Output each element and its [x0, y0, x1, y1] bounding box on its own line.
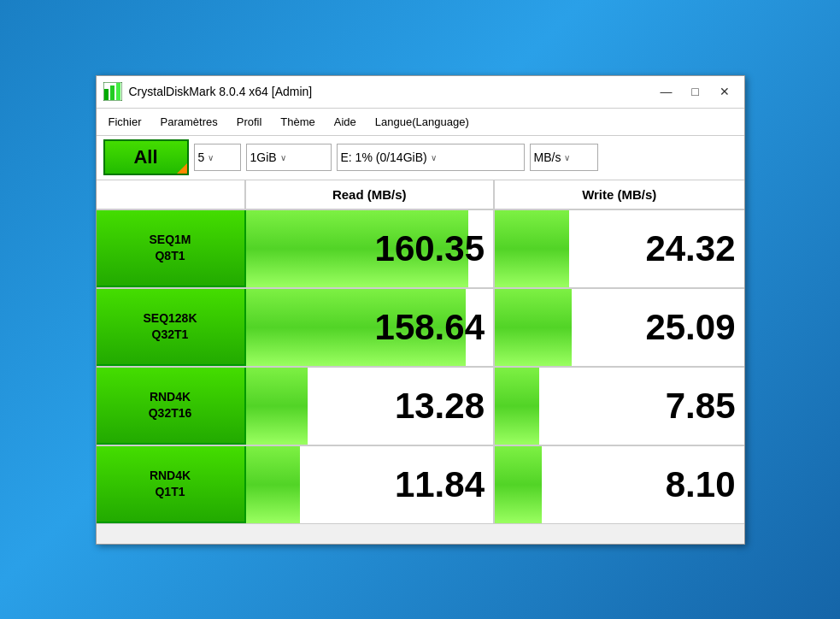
menu-bar: Fichier Paramètres Profil Thème Aide Lan…: [97, 109, 744, 136]
read-cell-seq1m: 160.35: [246, 210, 496, 287]
write-value-seq1m: 24.32: [645, 228, 735, 269]
window-title: CrystalDiskMark 8.0.4 x64 [Admin]: [129, 85, 313, 98]
results-table: Read (MB/s) Write (MB/s) SEQ1MQ8T1 160.3…: [97, 180, 744, 523]
header-read: Read (MB/s): [246, 180, 496, 209]
count-value: 5: [198, 150, 205, 164]
write-bar-seq128k: [495, 289, 572, 366]
count-select[interactable]: 5 ∨: [194, 144, 241, 171]
unit-value: MB/s: [534, 150, 561, 164]
read-value-seq128k: 158.64: [375, 307, 485, 348]
read-cell-rnd4k-q32: 13.28: [246, 368, 496, 445]
read-value-rnd4k-q1: 11.84: [395, 464, 485, 505]
table-row: RND4KQ1T1 11.84 8.10: [97, 446, 744, 523]
menu-langue[interactable]: Langue(Language): [367, 112, 478, 132]
minimize-button[interactable]: —: [654, 81, 679, 102]
title-bar: CrystalDiskMark 8.0.4 x64 [Admin] — □ ✕: [97, 76, 744, 109]
unit-select[interactable]: MB/s ∨: [530, 144, 598, 171]
menu-aide[interactable]: Aide: [326, 112, 365, 132]
write-bar-rnd4k-q32: [495, 368, 539, 445]
all-button[interactable]: All: [103, 139, 189, 175]
row-label-seq128k: SEQ128KQ32T1: [97, 289, 246, 366]
size-chevron: ∨: [280, 153, 286, 162]
write-value-rnd4k-q32: 7.85: [666, 386, 736, 427]
main-window: CrystalDiskMark 8.0.4 x64 [Admin] — □ ✕ …: [96, 75, 745, 545]
read-value-seq1m: 160.35: [375, 228, 485, 269]
close-button[interactable]: ✕: [712, 81, 737, 102]
write-cell-seq128k: 25.09: [495, 289, 744, 366]
write-value-seq128k: 25.09: [645, 307, 735, 348]
write-bar-seq1m: [495, 210, 569, 287]
menu-fichier[interactable]: Fichier: [100, 112, 150, 132]
menu-theme[interactable]: Thème: [272, 112, 323, 132]
read-cell-seq128k: 158.64: [246, 289, 496, 366]
table-row: SEQ128KQ32T1 158.64 25.09: [97, 289, 744, 368]
menu-profil[interactable]: Profil: [228, 112, 271, 132]
row-label-seq1m: SEQ1MQ8T1: [97, 210, 246, 287]
write-bar-rnd4k-q1: [495, 446, 542, 523]
header-label: [97, 180, 246, 209]
svg-rect-1: [110, 85, 115, 100]
row-label-rnd4k-q32: RND4KQ32T16: [97, 368, 246, 445]
write-cell-rnd4k-q32: 7.85: [495, 368, 744, 445]
write-cell-rnd4k-q1: 8.10: [495, 446, 744, 523]
write-cell-seq1m: 24.32: [495, 210, 744, 287]
status-bar: [97, 523, 744, 544]
unit-chevron: ∨: [564, 153, 570, 162]
count-chevron: ∨: [208, 153, 214, 162]
read-bar-rnd4k-q32: [246, 368, 308, 445]
toolbar: All 5 ∨ 1GiB ∨ E: 1% (0/14GiB) ∨ MB/s ∨: [97, 136, 744, 180]
svg-rect-0: [104, 89, 109, 100]
size-value: 1GiB: [250, 150, 277, 164]
read-value-rnd4k-q32: 13.28: [395, 386, 485, 427]
write-value-rnd4k-q1: 8.10: [666, 464, 736, 505]
drive-select[interactable]: E: 1% (0/14GiB) ∨: [337, 144, 525, 171]
table-row: RND4KQ32T16 13.28 7.85: [97, 368, 744, 446]
row-label-rnd4k-q1: RND4KQ1T1: [97, 446, 246, 523]
app-icon: [103, 82, 122, 101]
svg-rect-2: [116, 83, 120, 100]
title-bar-left: CrystalDiskMark 8.0.4 x64 [Admin]: [103, 82, 313, 101]
table-header: Read (MB/s) Write (MB/s): [97, 180, 744, 210]
table-row: SEQ1MQ8T1 160.35 24.32: [97, 210, 744, 289]
read-cell-rnd4k-q1: 11.84: [246, 446, 496, 523]
size-select[interactable]: 1GiB ∨: [246, 144, 332, 171]
drive-chevron: ∨: [431, 153, 437, 162]
read-bar-rnd4k-q1: [246, 446, 301, 523]
drive-value: E: 1% (0/14GiB): [341, 150, 427, 164]
title-bar-controls: — □ ✕: [654, 81, 737, 102]
menu-parametres[interactable]: Paramètres: [152, 112, 226, 132]
maximize-button[interactable]: □: [683, 81, 708, 102]
header-write: Write (MB/s): [495, 180, 744, 209]
